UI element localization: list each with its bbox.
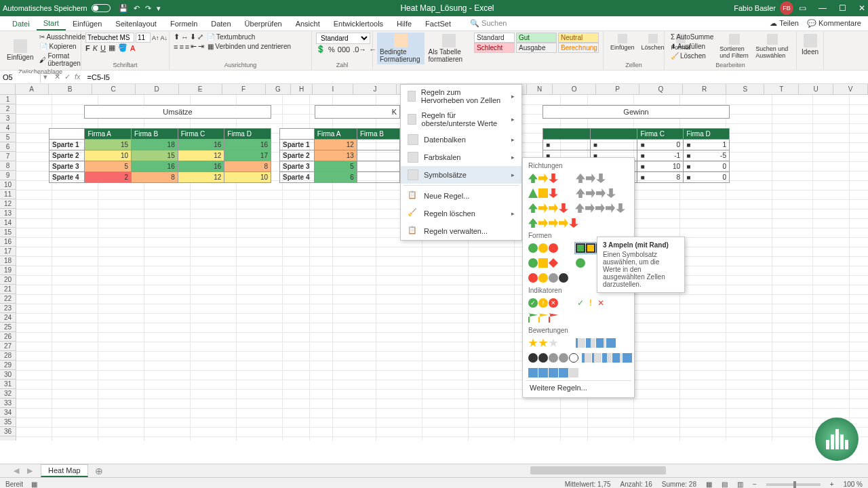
style-ausgabe[interactable]: Ausgabe [516, 43, 557, 53]
indent-dec-icon[interactable]: ⇤ [191, 42, 197, 51]
row-header-9[interactable]: 9 [0, 171, 16, 180]
row-header-30[interactable]: 30 [0, 370, 16, 380]
row-header-24[interactable]: 24 [0, 313, 16, 323]
formula-input[interactable] [85, 72, 868, 83]
sheet-tab-heatmap[interactable]: Heat Map [41, 464, 88, 477]
search-box[interactable]: 🔍 Suchen [470, 19, 507, 28]
minimize-icon[interactable]: — [818, 3, 827, 13]
col-header-D[interactable]: D [136, 84, 179, 94]
border-button[interactable]: ▦ [108, 43, 115, 52]
bold-button[interactable]: F [85, 44, 90, 52]
find-select-button[interactable]: Suchen und Auswählen [753, 33, 792, 60]
row-header-18[interactable]: 18 [0, 256, 16, 266]
orientation-icon[interactable]: ⤢ [197, 33, 203, 41]
tab-entwicklertools[interactable]: Entwicklertools [327, 18, 390, 30]
iconset-4arrows-gray[interactable] [574, 187, 617, 199]
cf-highlight-rules[interactable]: Regeln zum Hervorheben von Zellen▸ [401, 85, 521, 108]
iconset-3symbols-uncircled[interactable]: ✓!✕ [574, 297, 607, 309]
iconset-4traffic[interactable] [574, 257, 587, 269]
row-header-33[interactable]: 33 [0, 399, 16, 408]
tab-ansicht[interactable]: Ansicht [289, 18, 327, 30]
iconset-5arrows-gray[interactable] [574, 202, 627, 214]
align-left-icon[interactable]: ≡ [174, 43, 178, 51]
col-header-J[interactable]: J [353, 84, 397, 94]
cancel-formula-icon[interactable]: ✕ [54, 73, 60, 81]
col-header-H[interactable]: H [291, 84, 313, 94]
view-pagebreak-icon[interactable]: ▥ [737, 481, 743, 488]
add-sheet-button[interactable]: ⊕ [91, 466, 107, 476]
inc-decimal-icon[interactable]: .0→ [353, 45, 366, 54]
row-header-2[interactable]: 2 [0, 104, 16, 114]
iconset-5boxes[interactable] [527, 367, 580, 379]
col-header-U[interactable]: U [799, 84, 833, 94]
row-header-4[interactable]: 4 [0, 123, 16, 133]
style-berechnung[interactable]: Berechnung [558, 43, 599, 53]
row-header-36[interactable]: 36 [0, 427, 16, 436]
tab-nav-prev-icon[interactable]: ◀ [14, 466, 19, 475]
conditional-formatting-button[interactable]: Bedingte Formatierung [377, 33, 425, 64]
wrap-text-button[interactable]: 📄 Textumbruch [205, 33, 257, 41]
row-header-28[interactable]: 28 [0, 351, 16, 361]
row-header-23[interactable]: 23 [0, 304, 16, 313]
col-header-S[interactable]: S [726, 84, 764, 94]
paste-button[interactable]: Einfügen [4, 38, 36, 62]
row-header-12[interactable]: 12 [0, 199, 16, 209]
number-format-select[interactable]: Standard [316, 33, 370, 44]
align-right-icon[interactable]: ≡ [185, 43, 189, 51]
align-bot-icon[interactable]: ⬇ [190, 33, 196, 41]
tab-seitenlayout[interactable]: Seitenlayout [108, 18, 163, 30]
tab-hilfe[interactable]: Hilfe [390, 18, 418, 30]
tab-ueberpruefen[interactable]: Überprüfen [238, 18, 289, 30]
row-header-19[interactable]: 19 [0, 266, 16, 275]
font-color-button[interactable]: A [130, 44, 135, 52]
zoom-in-icon[interactable]: + [830, 481, 834, 488]
underline-button[interactable]: U [100, 44, 106, 52]
iconset-5quarters[interactable] [527, 352, 580, 364]
autosave-toggle[interactable]: Automatisches Speichern [3, 4, 111, 12]
col-header-G[interactable]: G [266, 84, 292, 94]
cf-clear-rules[interactable]: 🧹Regeln löschen▸ [401, 205, 521, 222]
col-header-A[interactable]: A [16, 84, 49, 94]
row-header-7[interactable]: 7 [0, 152, 16, 161]
tab-einfuegen[interactable]: Einfügen [66, 18, 108, 30]
close-icon[interactable]: ✕ [859, 3, 865, 13]
row-header-27[interactable]: 27 [0, 342, 16, 351]
iconset-4arrows-color[interactable] [527, 202, 570, 214]
name-box-dropdown-icon[interactable]: ▾ [41, 73, 50, 81]
cf-data-bars[interactable]: Datenbalken▸ [401, 131, 521, 148]
iconset-5ratings[interactable] [580, 352, 633, 364]
ribbon-options-icon[interactable]: ▭ [799, 3, 806, 13]
row-header-14[interactable]: 14 [0, 218, 16, 228]
zoom-slider[interactable] [766, 483, 821, 486]
font-size-input[interactable] [136, 33, 151, 43]
select-all-corner[interactable] [0, 84, 16, 94]
row-header-22[interactable]: 22 [0, 294, 16, 304]
iconset-3arrows-color[interactable] [527, 172, 559, 184]
maximize-icon[interactable]: ☐ [839, 3, 846, 13]
align-top-icon[interactable]: ⬆ [174, 33, 180, 41]
style-schlecht[interactable]: Schlecht [474, 43, 515, 53]
align-center-icon[interactable]: ≡ [179, 43, 183, 51]
increase-font-icon[interactable]: A↑ [152, 35, 159, 41]
share-button[interactable]: ☁ Teilen [770, 19, 799, 28]
iconset-3traffic-unrimmed[interactable] [527, 242, 559, 254]
row-header-17[interactable]: 17 [0, 247, 16, 256]
cf-icon-sets[interactable]: Symbolsätze▸ [401, 166, 521, 184]
row-header-25[interactable]: 25 [0, 323, 16, 332]
icon-sets-more-rules[interactable]: Weitere Regeln... [526, 380, 631, 394]
delete-cells-button[interactable]: Löschen [639, 33, 667, 52]
indent-inc-icon[interactable]: ⇥ [198, 42, 204, 51]
save-icon[interactable]: 💾 [119, 4, 128, 13]
autosum-button[interactable]: Σ AutoSumme [669, 33, 715, 41]
undo-icon[interactable]: ↶ [134, 4, 140, 13]
row-header-5[interactable]: 5 [0, 133, 16, 142]
tab-nav-next-icon[interactable]: ▶ [27, 466, 33, 475]
align-mid-icon[interactable]: ↔ [181, 33, 189, 41]
cf-top-bottom-rules[interactable]: Regeln für oberste/unterste Werte▸ [401, 108, 521, 131]
tab-factset[interactable]: FactSet [418, 18, 458, 30]
insert-cells-button[interactable]: Einfügen [608, 33, 637, 52]
row-header-29[interactable]: 29 [0, 361, 16, 370]
row-header-11[interactable]: 11 [0, 190, 16, 199]
row-header-10[interactable]: 10 [0, 180, 16, 190]
comma-icon[interactable]: 000 [338, 45, 350, 54]
